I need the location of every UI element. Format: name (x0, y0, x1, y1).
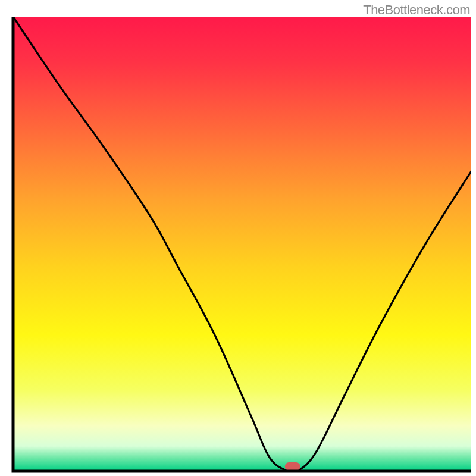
bottleneck-chart: TheBottleneck.com (0, 0, 476, 476)
plot-background (13, 17, 471, 471)
target-marker (285, 462, 300, 471)
attribution-label: TheBottleneck.com (363, 2, 470, 18)
chart-svg (0, 0, 476, 476)
